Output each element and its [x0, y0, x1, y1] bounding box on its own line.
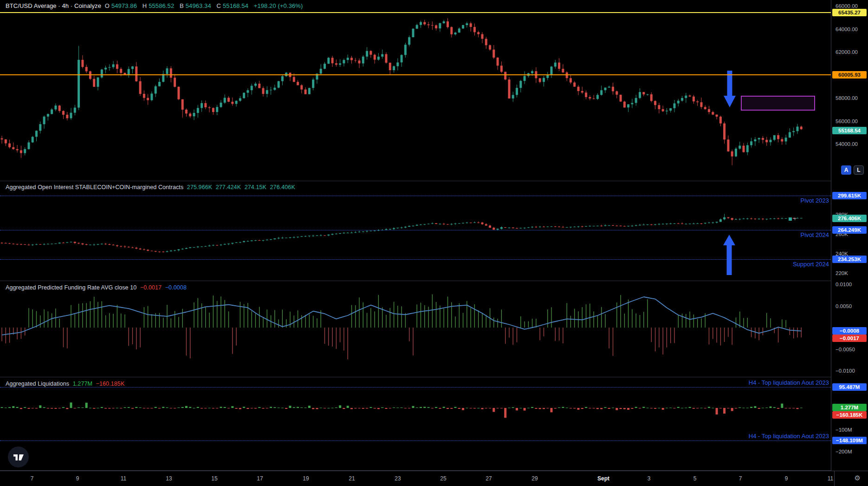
level-label: Support 2024 [793, 261, 829, 268]
candle-body [251, 241, 253, 241]
liquidation-bar [792, 408, 795, 408]
funding-bar [52, 313, 52, 328]
funding-bar [424, 305, 425, 328]
liquidation-bar [70, 402, 72, 408]
down-arrow-drawing[interactable] [724, 71, 736, 107]
alerts-button[interactable]: A [841, 165, 851, 175]
time-axis[interactable]: ⚙ 7911131517192123252729Sept357911 [0, 471, 868, 486]
funding-bar [259, 307, 259, 328]
candle-body [93, 245, 95, 245]
plus-marker[interactable]: + [789, 216, 797, 222]
candle-body [216, 245, 218, 246]
candle-body [120, 69, 122, 73]
candle-body [642, 225, 645, 225]
open-interest-pane[interactable]: Aggregated Open Interest STABLECOIN+COIN… [0, 181, 831, 281]
funding-bar [75, 314, 75, 328]
gear-icon[interactable]: ⚙ [855, 474, 861, 482]
funding-bar [474, 304, 475, 328]
candle-body [489, 45, 491, 49]
funding-bar [397, 306, 398, 328]
funding-rate-pane[interactable]: Aggregated Predicted Funding Rate AVG cl… [0, 281, 831, 377]
candle-body [320, 236, 322, 236]
plus-icon[interactable]: + [793, 216, 797, 222]
funding-bar [693, 315, 694, 328]
open-interest-title[interactable]: Aggregated Open Interest STABLECOIN+COIN… [6, 184, 183, 190]
liquidation-bar [551, 408, 553, 412]
liquidation-bar [220, 407, 222, 408]
time-axis-tick: 15 [211, 475, 217, 482]
funding-bar [348, 328, 348, 359]
liquidation-bar [112, 408, 115, 408]
candle-body [596, 95, 599, 99]
candle-body [604, 225, 607, 226]
candle-body [5, 243, 7, 243]
funding-bar [17, 328, 17, 339]
candle-body [596, 226, 599, 226]
liquidation-bar [716, 408, 718, 414]
funding-bar [282, 309, 283, 328]
up-arrow-drawing[interactable] [723, 235, 735, 275]
candle-body [278, 238, 280, 238]
liquidation-levels-button[interactable]: L [854, 165, 864, 175]
candle-body [712, 223, 714, 223]
candle-body [681, 223, 683, 224]
ohlc-open: O54973.86 [105, 2, 139, 9]
candle-body [412, 29, 415, 37]
liquidation-bar [685, 407, 687, 408]
funding-bar [78, 304, 79, 328]
liquidation-bar [316, 408, 318, 409]
candle-body [420, 22, 422, 25]
liquidation-bar [147, 408, 149, 408]
liquidation-bar [600, 408, 602, 409]
candle-body [797, 127, 799, 131]
funding-bar [647, 299, 648, 328]
liquidation-bar [389, 408, 391, 408]
candle-body [281, 76, 284, 81]
tradingview-logo[interactable] [8, 447, 29, 467]
candle-body [615, 226, 618, 226]
candle-body [181, 99, 184, 110]
candle-body [246, 90, 249, 92]
series-swatch-icon [789, 217, 792, 221]
open-interest-chart[interactable] [0, 181, 831, 281]
liquidation-bar [608, 408, 610, 409]
drawing-rectangle[interactable] [741, 96, 815, 111]
price-axis[interactable]: 66000.0064000.0062000.0058000.0056000.00… [831, 0, 868, 471]
candle-body [416, 25, 418, 29]
axis-price-badge: −0.0017 [832, 335, 867, 342]
candle-body [781, 218, 783, 219]
liquidation-bar [789, 408, 791, 408]
axis-tick-label: 62000.00 [836, 49, 858, 55]
candle-body [470, 23, 472, 27]
liquidations-title[interactable]: Aggregated Liquidations [6, 381, 69, 387]
liquidations-chart[interactable] [0, 377, 831, 470]
liquidation-bar [447, 408, 449, 409]
funding-bar [620, 295, 621, 328]
candle-body [170, 68, 172, 78]
candle-body [704, 107, 706, 109]
candle-body [743, 146, 745, 152]
price-candles-chart[interactable] [0, 0, 831, 181]
candle-body [266, 90, 268, 94]
candle-body [62, 111, 65, 115]
candle-body [789, 132, 791, 138]
candle-body [193, 247, 195, 248]
candle-body [554, 226, 557, 227]
candle-body [150, 93, 153, 100]
axis-tick-label: −200M [836, 449, 852, 454]
candle-body [639, 92, 641, 98]
price-pane[interactable]: BTC/USD Average · 4h · Coinalyze O54973.… [0, 0, 831, 181]
candle-body [270, 239, 272, 240]
candle-body [716, 115, 718, 117]
liquidations-pane[interactable]: Aggregated Liquidations 1.277M −160.185K [0, 377, 831, 471]
candle-body [654, 224, 656, 225]
symbol-title[interactable]: BTC/USD Average · 4h · Coinalyze [6, 2, 101, 9]
time-axis-tick: 29 [531, 475, 538, 482]
funding-bar [724, 328, 725, 342]
candle-body [497, 58, 499, 66]
funding-title[interactable]: Aggregated Predicted Funding Rate AVG cl… [6, 284, 136, 291]
funding-bar [616, 302, 617, 328]
funding-rate-chart[interactable] [0, 281, 831, 377]
dotted-level-line [0, 259, 831, 260]
candle-body [666, 111, 668, 111]
